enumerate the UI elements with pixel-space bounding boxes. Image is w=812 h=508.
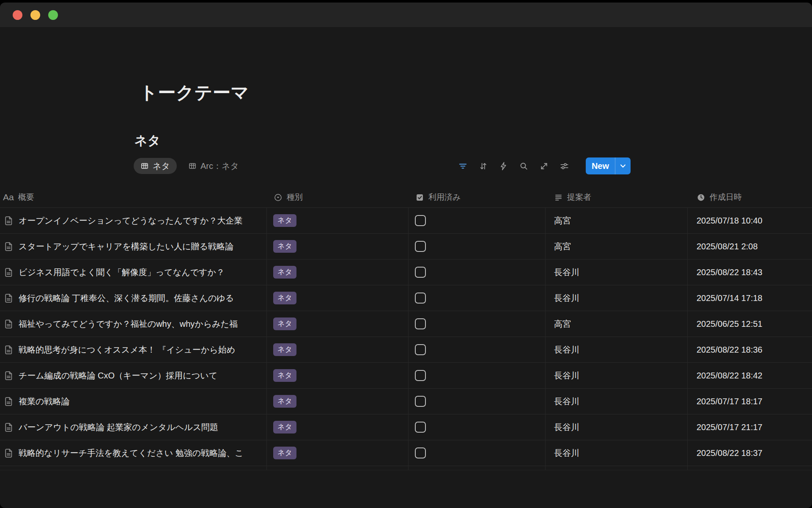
cell-summary[interactable]: チーム編成の戦略論 CxO（キーマン）採用について xyxy=(0,363,267,389)
row-title[interactable]: ビジネス用語でよく聞く「解像度」ってなんですか？ xyxy=(19,267,266,278)
created-timestamp[interactable]: 2025/08/22 18:36 xyxy=(697,345,763,355)
new-button-label[interactable]: New xyxy=(586,157,615,174)
cell-used[interactable] xyxy=(409,414,546,440)
close-button[interactable] xyxy=(13,10,22,20)
cell-created[interactable]: 2025/07/14 17:18 xyxy=(688,285,812,311)
cell-summary[interactable]: オープンイノベーションってどうなったんですか？大企業 xyxy=(0,208,267,234)
expand-icon[interactable] xyxy=(539,161,549,171)
proposer-name[interactable]: 長谷川 xyxy=(554,344,579,356)
row-title[interactable]: 福祉やってみてどうですか？福祉のwhy、whyからみた福 xyxy=(19,318,266,330)
created-timestamp[interactable]: 2025/07/18 10:40 xyxy=(697,216,763,226)
created-timestamp[interactable]: 2025/07/17 18:17 xyxy=(697,397,763,406)
created-timestamp[interactable]: 2025/06/25 12:51 xyxy=(697,319,763,329)
created-timestamp[interactable]: 2025/08/22 18:37 xyxy=(697,448,763,458)
used-checkbox[interactable] xyxy=(415,370,426,381)
cell-proposer[interactable]: 高宮 xyxy=(546,311,688,337)
sort-icon[interactable] xyxy=(478,161,488,171)
new-button[interactable]: New xyxy=(586,157,631,174)
row-title[interactable]: オープンイノベーションってどうなったんですか？大企業 xyxy=(19,215,266,226)
type-tag[interactable]: ネタ xyxy=(273,318,296,330)
cell-type[interactable]: ネタ xyxy=(267,389,409,414)
column-header-used[interactable]: 利用済み xyxy=(409,187,546,208)
cell-created[interactable]: 2025/07/17 21:17 xyxy=(688,414,812,440)
created-timestamp[interactable]: 2025/08/22 18:43 xyxy=(697,268,763,277)
cell-created[interactable]: 2025/06/25 12:51 xyxy=(688,311,812,337)
row-title[interactable]: チーム編成の戦略論 CxO（キーマン）採用について xyxy=(19,370,266,381)
view-tab-neta-active[interactable]: ネタ xyxy=(134,158,177,174)
column-header-created[interactable]: 作成日時 xyxy=(688,187,812,208)
cell-proposer[interactable]: 長谷川 xyxy=(546,285,688,311)
proposer-name[interactable]: 高宮 xyxy=(554,215,571,226)
cell-type[interactable]: ネタ xyxy=(267,440,409,466)
type-tag[interactable]: ネタ xyxy=(273,447,296,459)
cell-summary[interactable]: スタートアップでキャリアを構築したい人に贈る戦略論 xyxy=(0,234,267,260)
zoom-button[interactable] xyxy=(48,10,58,20)
row-title[interactable]: 戦略的思考が身につくオススメ本！ 『イシューから始め xyxy=(19,344,266,356)
row-title[interactable]: 戦略的なリサーチ手法を教えてください 勉強の戦略論、こ xyxy=(19,447,266,459)
cell-created[interactable]: 2025/08/22 18:42 xyxy=(688,363,812,389)
column-header-proposer[interactable]: 提案者 xyxy=(546,187,688,208)
type-tag[interactable]: ネタ xyxy=(273,240,296,253)
cell-type[interactable]: ネタ xyxy=(267,311,409,337)
cell-used[interactable] xyxy=(409,363,546,389)
column-header-summary[interactable]: Aa 概要 xyxy=(0,187,267,208)
row-title[interactable]: バーンアウトの戦略論 起業家のメンタルヘルス問題 xyxy=(19,422,266,433)
created-timestamp[interactable]: 2025/07/14 17:18 xyxy=(697,293,763,303)
row-title[interactable]: スタートアップでキャリアを構築したい人に贈る戦略論 xyxy=(19,241,266,252)
used-checkbox[interactable] xyxy=(415,267,426,278)
cell-used[interactable] xyxy=(409,234,546,260)
cell-proposer[interactable]: 長谷川 xyxy=(546,260,688,285)
view-settings-icon[interactable] xyxy=(560,161,569,171)
used-checkbox[interactable] xyxy=(415,215,426,226)
used-checkbox[interactable] xyxy=(415,293,426,304)
created-timestamp[interactable]: 2025/07/17 21:17 xyxy=(697,422,763,432)
cell-created[interactable]: 2025/08/22 18:36 xyxy=(688,337,812,363)
row-title[interactable]: 複業の戦略論 xyxy=(19,396,266,407)
proposer-name[interactable]: 高宮 xyxy=(554,241,571,252)
chevron-down-icon[interactable] xyxy=(615,157,631,174)
cell-summary[interactable]: 福祉やってみてどうですか？福祉のwhy、whyからみた福 xyxy=(0,311,267,337)
cell-created[interactable]: 2025/08/21 2:08 xyxy=(688,234,812,260)
type-tag[interactable]: ネタ xyxy=(273,266,296,279)
column-header-type[interactable]: 種別 xyxy=(267,187,409,208)
cell-proposer[interactable]: 長谷川 xyxy=(546,363,688,389)
cell-proposer[interactable]: 高宮 xyxy=(546,234,688,260)
cell-summary[interactable]: バーンアウトの戦略論 起業家のメンタルヘルス問題 xyxy=(0,414,267,440)
proposer-name[interactable]: 長谷川 xyxy=(554,293,579,304)
proposer-name[interactable]: 高宮 xyxy=(554,318,571,330)
row-title[interactable]: 修行の戦略論 丁稚奉公、深く潜る期間。佐藤さんのゆる xyxy=(19,293,266,304)
used-checkbox[interactable] xyxy=(415,241,426,252)
proposer-name[interactable]: 長谷川 xyxy=(554,422,579,433)
cell-used[interactable] xyxy=(409,260,546,285)
cell-summary[interactable]: ビジネス用語でよく聞く「解像度」ってなんですか？ xyxy=(0,260,267,285)
minimize-button[interactable] xyxy=(30,10,40,20)
cell-created[interactable]: 2025/07/17 18:17 xyxy=(688,389,812,414)
proposer-name[interactable]: 長谷川 xyxy=(554,396,579,407)
cell-type[interactable]: ネタ xyxy=(267,414,409,440)
type-tag[interactable]: ネタ xyxy=(273,292,296,304)
cell-used[interactable] xyxy=(409,311,546,337)
cell-summary[interactable]: 戦略的思考が身につくオススメ本！ 『イシューから始め xyxy=(0,337,267,363)
cell-used[interactable] xyxy=(409,285,546,311)
cell-created[interactable]: 2025/08/22 18:43 xyxy=(688,260,812,285)
used-checkbox[interactable] xyxy=(415,318,426,329)
cell-summary[interactable]: 戦略的なリサーチ手法を教えてください 勉強の戦略論、こ xyxy=(0,440,267,466)
cell-used[interactable] xyxy=(409,208,546,234)
created-timestamp[interactable]: 2025/08/21 2:08 xyxy=(697,242,758,251)
cell-type[interactable]: ネタ xyxy=(267,337,409,363)
cell-proposer[interactable]: 長谷川 xyxy=(546,440,688,466)
cell-used[interactable] xyxy=(409,389,546,414)
used-checkbox[interactable] xyxy=(415,344,426,355)
type-tag[interactable]: ネタ xyxy=(273,214,296,227)
cell-summary[interactable]: 修行の戦略論 丁稚奉公、深く潜る期間。佐藤さんのゆる xyxy=(0,285,267,311)
proposer-name[interactable]: 長谷川 xyxy=(554,267,579,278)
cell-proposer[interactable]: 高宮 xyxy=(546,208,688,234)
cell-type[interactable]: ネタ xyxy=(267,208,409,234)
filter-icon[interactable] xyxy=(458,161,468,171)
cell-proposer[interactable]: 長谷川 xyxy=(546,337,688,363)
cell-type[interactable]: ネタ xyxy=(267,363,409,389)
used-checkbox[interactable] xyxy=(415,396,426,407)
cell-summary[interactable]: 複業の戦略論 xyxy=(0,389,267,414)
automation-zap-icon[interactable] xyxy=(499,161,508,171)
proposer-name[interactable]: 長谷川 xyxy=(554,370,579,381)
